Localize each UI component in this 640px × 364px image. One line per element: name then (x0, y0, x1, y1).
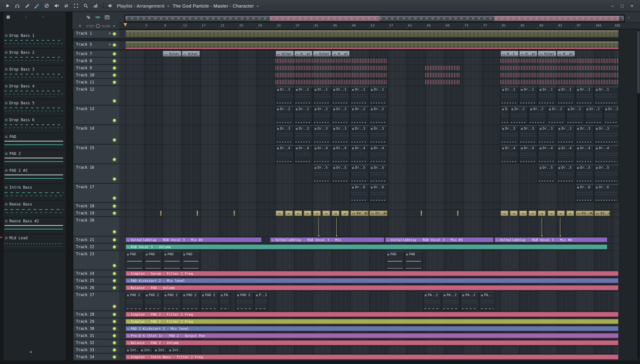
track-header-track-20[interactable]: Track 20··· (73, 217, 119, 236)
clip-int-ss[interactable]: ▤Int..ss (125, 347, 139, 353)
track-header-track-17[interactable]: Track 17··· (73, 184, 119, 202)
clip-dr-6[interactable]: ▤Dr..6 (594, 184, 619, 202)
automation-view-icon[interactable]: ∿ (42, 15, 45, 19)
mute-led[interactable] (113, 178, 116, 181)
clip-pad[interactable]: ▤PAD (404, 251, 422, 270)
clip-dr-1[interactable]: ▤Dr..1 (538, 86, 556, 105)
clip-dr-5[interactable]: ▤Dr..5 (313, 165, 331, 183)
track-header-track-31[interactable]: Track 31 (73, 332, 119, 339)
picker-item-drop-bass-2[interactable]: ▤Drop Bass 2 (4, 49, 65, 66)
track-header-track-34[interactable]: Track 34 (73, 354, 119, 360)
add-pattern-button[interactable]: + (79, 24, 81, 28)
clip-dr-1[interactable]: ▤Dr..1 (557, 86, 575, 105)
clip-dr-5[interactable]: ▤Dr..5 (332, 165, 350, 183)
track-header-track-23[interactable]: Track 23··· (73, 251, 119, 270)
clip-dr-4[interactable]: ▤Dr..4 (294, 145, 312, 163)
clip-pad[interactable]: ▤PAD (385, 251, 404, 270)
clip-d[interactable]: ▤D.. (500, 106, 509, 124)
clip-arrow[interactable]: ▸▸ (294, 210, 302, 216)
clip-dr-2[interactable]: ▤Dr..2 (275, 106, 294, 124)
clip-dr-3[interactable]: ▤Dr..3 (500, 126, 519, 144)
track-header-track-24[interactable]: Track 24 (73, 270, 119, 277)
clip-dr-6[interactable]: ▤Dr..6 (576, 184, 594, 202)
clip-pad-2[interactable]: ▤PAD 2 (200, 292, 219, 310)
clip-dr-3[interactable]: ▤Dr..3 (557, 126, 575, 144)
clip-dr-1[interactable]: ▤Dr..1 (275, 86, 294, 105)
picker-item-intro-bass[interactable]: ▤Intro Bass (4, 184, 65, 201)
clip-simplon-pad-2-filter-1-freq[interactable]: ∿Simplon - PAD 2 - Filter 1 Freq (125, 312, 619, 318)
clip-dr-5[interactable]: ▤Dr..5 (350, 165, 369, 183)
step-toggle[interactable] (96, 24, 100, 28)
minimize-button[interactable]: – (608, 2, 617, 10)
track-header-track-19[interactable]: Track 19 (73, 210, 119, 216)
clip-dr-4[interactable]: ▤Dr..4 (350, 145, 369, 163)
mute-led[interactable] (113, 313, 116, 316)
clip-dr-2[interactable]: ▤Dr..2 (529, 106, 547, 124)
clip-ticks-pink[interactable] (425, 66, 460, 70)
clip-dr-3[interactable]: ▤Dr..3 (369, 126, 387, 144)
mute-led[interactable] (113, 348, 116, 351)
picker-item-drop-bass-5[interactable]: ▤Drop Bass 5 (4, 100, 65, 116)
clip-p-2[interactable]: ▤P..2 (254, 292, 268, 310)
clip-dr-1[interactable]: ▤Dr..1 (594, 86, 619, 105)
clip-marker[interactable]: ▼ (560, 218, 561, 236)
mute-led[interactable] (113, 119, 116, 122)
clip-ticks-olive[interactable] (125, 31, 619, 38)
patterns-view-icon[interactable]: ♫ (24, 15, 27, 19)
clip-dr-4[interactable]: ▤Dr..4 (576, 145, 594, 163)
piano-tool-icon[interactable] (104, 14, 110, 22)
clip-ev-2[interactable]: ▸▸EV..#2 (576, 210, 594, 216)
clip-dr-3[interactable]: ▤Dr..3 (275, 126, 294, 144)
wave-tool-icon[interactable] (86, 14, 91, 22)
mute-led[interactable] (113, 44, 116, 46)
mute-led[interactable] (113, 355, 116, 358)
picker-item-drop-bass-3[interactable]: ▤Drop Bass 3 (4, 66, 65, 82)
clip-pad[interactable]: ▤PAD (163, 251, 181, 270)
scroll-right-icon[interactable]: › (628, 15, 629, 20)
clip-pad-2-kickstart-2-mix-level[interactable]: ∿PAD 2 Kickstart 2 - Mix level (125, 326, 619, 332)
track-header-track-1[interactable]: Track 1▾ (73, 30, 119, 38)
mute-led[interactable] (113, 32, 116, 36)
mute-led[interactable] (113, 100, 116, 102)
clip-pa-2[interactable]: ▤PA..2 (461, 292, 479, 310)
picker-item-reese-bass[interactable]: ▤Reese Bass (4, 201, 65, 218)
mute-led[interactable] (113, 279, 116, 282)
track-header-track-32[interactable]: Track 32 (73, 340, 119, 346)
clip-pa-2[interactable]: ▤PA..2 (442, 292, 460, 310)
meter-icon[interactable] (92, 2, 100, 10)
track-header-track-5[interactable]: Track 5▾ (73, 41, 119, 49)
mute-led[interactable] (113, 305, 116, 308)
mute-led[interactable] (113, 334, 116, 337)
clip-hihat[interactable]: ▸▸Hihat (275, 51, 294, 57)
clip-simplon-serum-filter-1-freq[interactable]: ∿Simplon - Serum - Filter 1 Freq (125, 271, 619, 276)
track-header-track-9[interactable]: Track 9 (73, 65, 119, 72)
picker-item-pad-2[interactable]: ▤PAD 2 (4, 150, 65, 167)
clip-ev-sm[interactable] (457, 210, 459, 216)
clip-dr-3[interactable]: ▤Dr..3 (332, 126, 350, 144)
mute-led[interactable] (113, 341, 116, 344)
track-header-track-10[interactable]: Track 10 (73, 72, 119, 78)
clip-arrow[interactable]: ▸▸ (285, 210, 293, 216)
clip-arrow[interactable]: ▸▸ (322, 210, 330, 216)
clip-dr-4[interactable]: ▤Dr..4 (594, 145, 619, 163)
mute-led[interactable] (113, 327, 116, 330)
clip-valhalladelay-rgb-vocal-3-mix-3[interactable]: ∿ValhallaDelay - RGB Vocal 3 - Mix #3 (385, 237, 494, 243)
mute-led[interactable] (113, 138, 116, 142)
clip-dr-3[interactable]: ▤Dr..3 (594, 126, 619, 144)
clip-hihat[interactable]: ▸▸Hihat (538, 51, 556, 57)
track-header-track-25[interactable]: Track 25 (73, 278, 119, 284)
clip-ev-2[interactable]: ▸▸EV..#2 (369, 210, 387, 216)
clip-pad-2[interactable]: ▤PAD 2 (163, 292, 181, 310)
clip-int-ss[interactable]: ▤Int..ss (154, 347, 167, 353)
clip-dr-2[interactable]: ▤Dr..2 (350, 106, 369, 124)
mute-led[interactable] (113, 238, 116, 241)
clip-dr-3[interactable]: ▤Dr..3 (350, 126, 369, 144)
clip-dr-1[interactable]: ▤Dr..1 (576, 86, 594, 105)
clip-dr-2[interactable]: ▤Dr..2 (369, 106, 387, 124)
clip-valhalladelay-rgb-vocal-3-mix[interactable]: ∿ValhallaDelay - RGB Vocal 3 - Mix (270, 237, 385, 243)
clip-dr-5[interactable]: ▤Dr..5 (594, 165, 619, 183)
mute-led[interactable] (113, 59, 116, 62)
clip-ticks-pink[interactable] (500, 73, 619, 77)
clip-ticks-pink[interactable] (500, 58, 619, 63)
clip-hihat[interactable]: ▸▸Hihat (181, 51, 200, 57)
